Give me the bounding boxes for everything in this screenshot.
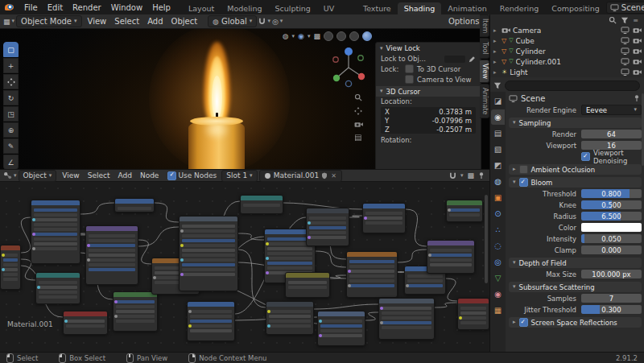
checkbox-viewport-denoising[interactable] [581, 152, 590, 161]
axis-gizmo[interactable] [330, 43, 367, 90]
viewport-menu-add[interactable]: Add [143, 17, 167, 26]
shading-wireframe-button[interactable] [324, 31, 333, 41]
menu-edit[interactable]: Edit [43, 3, 68, 12]
expand-arrow-icon[interactable]: ▸ [493, 38, 499, 44]
camera-to-view-checkbox[interactable] [405, 75, 414, 84]
properties-tab-scene[interactable]: ◩ [491, 158, 505, 173]
render-engine-dropdown[interactable]: Eevee ▾ [581, 105, 642, 115]
section-checkbox[interactable] [519, 178, 528, 187]
shader-node[interactable] [0, 245, 21, 290]
shader-editor-icon[interactable] [3, 171, 12, 179]
tab-modeling[interactable]: Modeling [221, 2, 268, 14]
tab-compositing[interactable]: Compositing [545, 2, 606, 14]
tool-move[interactable] [3, 74, 19, 89]
shader-node[interactable] [187, 301, 235, 341]
proportional-edit-icon[interactable]: ◎ [272, 18, 279, 26]
tab-rendering[interactable]: Rendering [493, 2, 546, 14]
hide-viewport-icon[interactable] [621, 58, 630, 65]
use-nodes-checkbox[interactable] [167, 171, 176, 180]
menu-render[interactable]: Render [68, 3, 106, 12]
chevron-down-icon[interactable]: ▾ [292, 34, 295, 39]
chevron-down-icon[interactable]: ▾ [460, 173, 464, 179]
value-field-color[interactable] [581, 223, 642, 232]
value-field-threshold[interactable]: 0.800 [581, 189, 642, 198]
scene-selector[interactable]: Scene ▢ ✕ [606, 2, 644, 14]
properties-tab-constraints[interactable]: ◎ [491, 254, 505, 270]
value-field-clamp[interactable]: 0.000 [581, 245, 642, 254]
cursor-z-field[interactable]: Z -0.2507 m [381, 125, 476, 134]
hide-render-icon[interactable] [633, 47, 642, 55]
viewport-3d[interactable]: ▢+↻◳⊕✎∠ ◍ ▾ ◉ ▾ ▩ ▤ [0, 29, 489, 169]
expand-arrow-icon[interactable]: ▸ [493, 48, 499, 55]
shading-material-button[interactable] [349, 31, 359, 41]
tool-cursor[interactable]: + [3, 58, 19, 73]
value-field-intensity[interactable]: 0.050 [581, 234, 642, 243]
view-lock-header[interactable]: ▾ View Lock [376, 43, 481, 54]
properties-tab-physics[interactable]: ◌ [491, 238, 505, 254]
xray-toggle-icon[interactable]: ▩ [313, 32, 320, 40]
expand-arrow-icon[interactable]: ▸ [493, 59, 499, 65]
snap-caret-icon[interactable]: ▾ [267, 19, 270, 24]
value-field-knee[interactable]: 0.500 [581, 200, 642, 209]
properties-tab-world[interactable]: ◍ [491, 174, 505, 189]
properties-tab-particles[interactable]: ∴ [491, 222, 505, 237]
tool-scale[interactable]: ◳ [3, 106, 19, 122]
section-checkbox[interactable] [519, 318, 528, 327]
section-header-sampling[interactable]: ▾Sampling [509, 118, 642, 128]
properties-tab-texture[interactable]: ▦ [491, 303, 505, 318]
section-header-ambient-occlusion[interactable]: ▸Ambient Occlusion [509, 164, 642, 175]
shader-node[interactable] [114, 198, 155, 212]
overlays-dropdown-icon[interactable]: ◉ [298, 32, 304, 40]
expand-arrow-icon[interactable]: ▸ [493, 27, 499, 34]
shader-node[interactable] [266, 301, 314, 335]
cursor-x-field[interactable]: X 0.3783 m [381, 107, 476, 116]
hide-render-icon[interactable] [633, 68, 642, 76]
overlay-toggle-icon[interactable]: ▩ [467, 171, 474, 179]
sidebar-tab-animate[interactable]: Animate [480, 84, 489, 119]
mode-dropdown[interactable]: Object Mode ▾ [16, 15, 82, 27]
outliner-item-cylinder[interactable]: ▸▽▽Cylinder [490, 46, 644, 56]
tool-select-box[interactable]: ▢ [3, 42, 19, 57]
sidebar-tab-item[interactable]: Item [480, 14, 489, 37]
lock-object-field[interactable] [444, 56, 465, 63]
editor-type-icon[interactable]: ▦ [3, 18, 10, 26]
menu-window[interactable]: Window [106, 3, 147, 12]
section-header-depth-of-field[interactable]: ▾Depth of Field [509, 258, 642, 268]
perspective-toggle-icon[interactable]: ▤ [354, 134, 363, 142]
chevron-down-icon[interactable]: ▾ [308, 34, 311, 39]
properties-tab-modifiers[interactable]: ⊙ [491, 206, 505, 221]
snap-magnet-icon[interactable] [258, 18, 266, 25]
shader-menu-select[interactable]: Select [84, 171, 114, 179]
cursor-3d-header[interactable]: ▾ 3D Cursor [376, 86, 481, 97]
tab-animation[interactable]: Animation [441, 2, 493, 14]
hide-viewport-icon[interactable] [621, 68, 630, 76]
material-name-field[interactable]: Material.001 ✕ [259, 170, 342, 182]
outliner-item-camera[interactable]: ▸Camera [490, 25, 644, 35]
hide-viewport-icon[interactable] [621, 37, 630, 44]
properties-tab-material[interactable]: ◉ [491, 287, 505, 302]
tab-sculpting[interactable]: Sculpting [268, 2, 316, 14]
shader-node[interactable] [457, 298, 489, 330]
section-header-bloom[interactable]: ▾Bloom [509, 177, 642, 188]
section-header-screen-space-reflections[interactable]: ▸Screen Space Reflections [509, 317, 642, 328]
hide-viewport-icon[interactable] [621, 47, 630, 55]
shader-node[interactable] [446, 200, 483, 222]
shader-node[interactable] [240, 195, 283, 214]
section-checkbox[interactable] [519, 165, 528, 174]
section-header-subsurface-scattering[interactable]: ▾Subsurface Scattering [509, 282, 642, 292]
tool-measure[interactable]: ∠ [3, 155, 19, 169]
sidebar-tab-tool[interactable]: Tool [480, 38, 489, 59]
shader-menu-node[interactable]: Node [136, 171, 163, 179]
shader-node[interactable] [378, 298, 435, 340]
properties-search-input[interactable] [505, 80, 640, 91]
properties-tab-object[interactable]: ▣ [491, 190, 505, 205]
cursor-y-field[interactable]: Y -0.07996 m [381, 116, 476, 125]
shader-node[interactable] [179, 216, 238, 291]
gizmos-dropdown-icon[interactable]: ◍ [283, 32, 289, 40]
filter-funnel-icon[interactable] [621, 17, 629, 24]
outliner-item-cylinder-001[interactable]: ▸▽▽Cylinder.001 [490, 56, 644, 67]
properties-tab-output[interactable]: ▤ [491, 126, 505, 141]
to-3d-cursor-checkbox[interactable] [405, 64, 414, 73]
tab-layout[interactable]: Layout [182, 2, 221, 14]
hide-render-icon[interactable] [633, 37, 642, 44]
